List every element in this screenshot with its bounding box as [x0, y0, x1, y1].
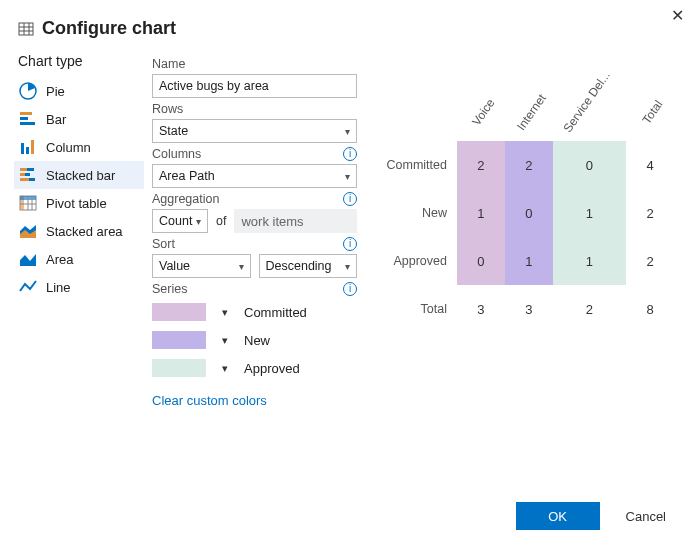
aggregation-select[interactable]: Count ▾ [152, 209, 208, 233]
sort-direction-select[interactable]: Descending ▾ [259, 254, 358, 278]
cell: 2 [457, 141, 505, 189]
row-header: New [377, 189, 457, 237]
close-icon[interactable]: ✕ [671, 6, 684, 25]
chart-type-stacked-area[interactable]: Stacked area [14, 217, 144, 245]
chevron-down-icon[interactable]: ▾ [218, 306, 232, 319]
svg-rect-7 [20, 117, 28, 120]
series-row-approved: ▾ Approved [152, 355, 357, 381]
chart-type-label: Bar [46, 112, 66, 127]
svg-rect-6 [20, 112, 32, 115]
col-header: Voice [457, 81, 505, 141]
chevron-down-icon: ▾ [239, 261, 244, 272]
chart-type-column[interactable]: Column [14, 133, 144, 161]
chart-type-label: Line [46, 280, 71, 295]
series-label: Series [152, 282, 187, 296]
area-icon [18, 249, 38, 269]
chevron-down-icon: ▾ [196, 216, 201, 227]
svg-rect-13 [27, 168, 34, 171]
chart-type-label: Pie [46, 84, 65, 99]
chart-type-pie[interactable]: Pie [14, 77, 144, 105]
sort-field-select[interactable]: Value ▾ [152, 254, 251, 278]
column-icon [18, 137, 38, 157]
cell: 0 [505, 189, 553, 237]
info-icon[interactable]: i [343, 192, 357, 206]
chevron-down-icon: ▾ [345, 126, 350, 137]
chart-type-label: Stacked bar [46, 168, 115, 183]
clear-custom-colors-link[interactable]: Clear custom colors [152, 393, 357, 408]
chevron-down-icon[interactable]: ▾ [218, 362, 232, 375]
row-header: Committed [377, 141, 457, 189]
svg-rect-0 [19, 23, 33, 35]
col-header: Total [626, 81, 674, 141]
chart-type-label: Pivot table [46, 196, 107, 211]
series-row-new: ▾ New [152, 327, 357, 353]
pivot-table-icon [18, 193, 38, 213]
work-items-field: work items [234, 209, 357, 233]
line-icon [18, 277, 38, 297]
color-swatch[interactable] [152, 303, 206, 321]
form-panel: Name Active bugs by area Rows State ▾ Co… [152, 53, 357, 408]
rows-label: Rows [152, 102, 357, 116]
aggregation-label: Aggregation [152, 192, 219, 206]
cell-total: 2 [626, 189, 674, 237]
svg-rect-16 [20, 178, 29, 181]
cell-total: 4 [626, 141, 674, 189]
info-icon[interactable]: i [343, 282, 357, 296]
dialog-footer: OK Cancel [516, 502, 674, 530]
preview-panel: Voice Internet Service Del... Total Comm… [357, 53, 674, 408]
table-icon [18, 21, 34, 37]
sort-label: Sort [152, 237, 175, 251]
chart-type-area[interactable]: Area [14, 245, 144, 273]
cell: 2 [505, 141, 553, 189]
dialog-title: Configure chart [42, 18, 176, 39]
chart-type-panel: Chart type Pie Bar Column [14, 53, 144, 408]
cell: 0 [553, 141, 626, 189]
pivot-preview-table: Voice Internet Service Del... Total Comm… [377, 81, 674, 333]
pie-icon [18, 81, 38, 101]
stacked-area-icon [18, 221, 38, 241]
configure-chart-dialog: ✕ Configure chart Chart type Pie Bar [0, 0, 696, 548]
cancel-button[interactable]: Cancel [618, 503, 674, 530]
svg-rect-17 [29, 178, 35, 181]
chevron-down-icon[interactable]: ▾ [218, 334, 232, 347]
row-header-total: Total [377, 285, 457, 333]
cell: 1 [505, 237, 553, 285]
svg-rect-15 [25, 173, 30, 176]
chevron-down-icon: ▾ [345, 171, 350, 182]
series-label-text: Approved [244, 361, 300, 376]
info-icon[interactable]: i [343, 237, 357, 251]
bar-icon [18, 109, 38, 129]
name-input[interactable]: Active bugs by area [152, 74, 357, 98]
dialog-header: Configure chart [18, 18, 674, 39]
chart-type-line[interactable]: Line [14, 273, 144, 301]
row-header: Approved [377, 237, 457, 285]
columns-select[interactable]: Area Path ▾ [152, 164, 357, 188]
cell: 1 [553, 237, 626, 285]
cell: 1 [457, 189, 505, 237]
ok-button[interactable]: OK [516, 502, 600, 530]
color-swatch[interactable] [152, 359, 206, 377]
chart-type-label: Column [46, 140, 91, 155]
columns-label: Columns [152, 147, 201, 161]
rows-select[interactable]: State ▾ [152, 119, 357, 143]
info-icon[interactable]: i [343, 147, 357, 161]
cell-total: 2 [626, 237, 674, 285]
chart-type-bar[interactable]: Bar [14, 105, 144, 133]
chart-type-stacked-bar[interactable]: Stacked bar [14, 161, 144, 189]
color-swatch[interactable] [152, 331, 206, 349]
chart-type-pivot-table[interactable]: Pivot table [14, 189, 144, 217]
chart-type-label: Area [46, 252, 73, 267]
svg-rect-11 [31, 140, 34, 154]
cell-total: 3 [505, 285, 553, 333]
stacked-bar-icon [18, 165, 38, 185]
chevron-down-icon: ▾ [345, 261, 350, 272]
of-label: of [216, 214, 226, 228]
col-header: Internet [505, 81, 553, 141]
cell-total: 2 [553, 285, 626, 333]
svg-rect-14 [20, 173, 25, 176]
svg-rect-8 [20, 122, 35, 125]
cell-total: 3 [457, 285, 505, 333]
series-label-text: Committed [244, 305, 307, 320]
col-header: Service Del... [553, 81, 626, 141]
svg-rect-12 [20, 168, 27, 171]
